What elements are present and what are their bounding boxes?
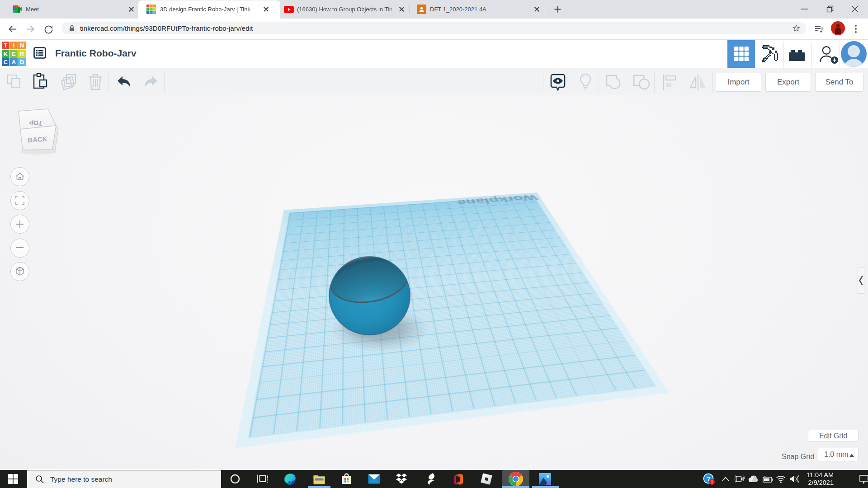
svg-text:11:04 AM: 11:04 AM — [807, 471, 834, 479]
svg-text:BACK: BACK — [28, 135, 48, 144]
svg-text:2/9/2021: 2/9/2021 — [808, 479, 834, 486]
svg-text:!: ! — [711, 479, 713, 484]
